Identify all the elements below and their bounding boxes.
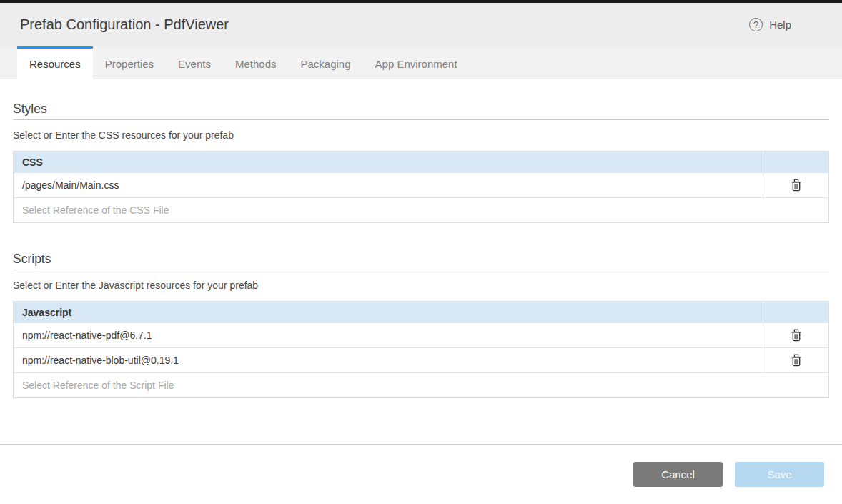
delete-css-resource-button[interactable] (788, 177, 805, 193)
dialog-footer: Cancel Save (0, 444, 842, 504)
script-resource-value: npm://react-native-blob-util@0.19.1 (14, 348, 763, 373)
tab-events[interactable]: Events (166, 46, 223, 79)
tab-methods[interactable]: Methods (223, 46, 289, 79)
tab-resources[interactable]: Resources (17, 46, 93, 79)
dialog-header: Prefab Configuration - PdfViewer ? Help (0, 3, 842, 46)
tab-app-environment[interactable]: App Environment (363, 46, 470, 79)
action-column-header (763, 152, 829, 173)
scripts-description: Select or Enter the Javascript resources… (13, 280, 829, 291)
page-title: Prefab Configuration - PdfViewer (20, 16, 229, 33)
scripts-heading: Scripts (13, 252, 829, 270)
save-button[interactable]: Save (735, 462, 824, 487)
trash-icon (791, 183, 802, 194)
css-reference-input[interactable] (14, 198, 828, 222)
table-header-row: CSS (14, 152, 829, 173)
table-row: npm://react-native-blob-util@0.19.1 (14, 348, 829, 373)
tab-bar: Resources Properties Events Methods Pack… (0, 46, 842, 79)
script-resources-table: Javascript npm://react-native-pdf@6.7.1 (13, 301, 829, 398)
styles-section: Styles Select or Enter the CSS resources… (13, 102, 829, 223)
table-row: /pages/Main/Main.css (14, 173, 829, 198)
tab-packaging[interactable]: Packaging (288, 46, 362, 79)
table-row: npm://react-native-pdf@6.7.1 (14, 323, 829, 348)
table-input-row (14, 373, 829, 398)
delete-script-resource-button[interactable] (788, 327, 805, 343)
trash-icon (791, 333, 802, 344)
help-label: Help (769, 19, 791, 31)
scripts-section: Scripts Select or Enter the Javascript r… (13, 252, 829, 398)
styles-description: Select or Enter the CSS resources for yo… (13, 129, 829, 141)
javascript-column-header: Javascript (14, 302, 763, 323)
tab-properties[interactable]: Properties (93, 46, 166, 79)
trash-icon (791, 358, 802, 369)
resources-panel: Styles Select or Enter the CSS resources… (0, 102, 842, 398)
script-resource-value: npm://react-native-pdf@6.7.1 (14, 323, 763, 348)
delete-script-resource-button[interactable] (788, 352, 805, 368)
action-column-header (763, 302, 829, 323)
table-header-row: Javascript (14, 302, 829, 323)
help-button[interactable]: ? Help (745, 17, 796, 32)
css-resource-value: /pages/Main/Main.css (14, 173, 763, 198)
css-column-header: CSS (14, 152, 763, 173)
question-mark-icon: ? (749, 18, 763, 31)
css-resources-table: CSS /pages/Main/Main.css (13, 151, 829, 223)
script-reference-input[interactable] (14, 373, 828, 397)
cancel-button[interactable]: Cancel (633, 462, 723, 487)
styles-heading: Styles (13, 102, 829, 120)
table-input-row (14, 198, 829, 223)
